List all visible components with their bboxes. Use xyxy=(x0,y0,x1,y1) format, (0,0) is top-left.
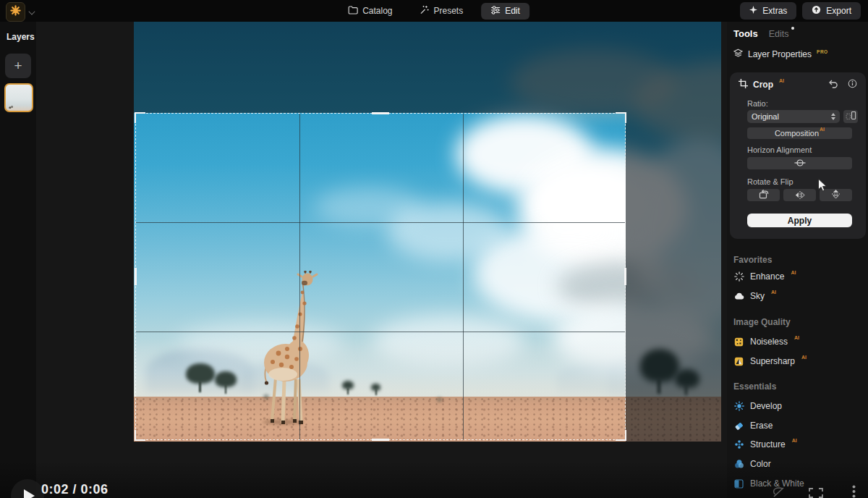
black-white-icon xyxy=(733,479,744,489)
export-up-arrow-icon xyxy=(812,5,821,17)
layer-properties-label: Layer Properties xyxy=(748,49,812,59)
ratio-label: Ratio: xyxy=(747,99,768,108)
crop-handle-left[interactable] xyxy=(135,268,137,285)
crop-dim-right xyxy=(626,113,721,442)
video-timestamp: 0:02 / 0:06 xyxy=(41,482,109,497)
info-icon[interactable] xyxy=(848,78,857,91)
ai-badge: AI xyxy=(792,438,797,443)
supersharp-icon xyxy=(733,357,744,366)
tab-label: Catalog xyxy=(362,6,392,16)
crop-tool-card: Crop AI Ratio: Original xyxy=(730,72,866,239)
extras-button[interactable]: Extras xyxy=(740,2,796,20)
tab-catalog[interactable]: Catalog xyxy=(339,3,401,20)
editor-canvas[interactable] xyxy=(36,22,727,498)
rotate-button[interactable] xyxy=(747,189,780,201)
top-actions: Extras Export xyxy=(740,2,861,20)
apply-button[interactable]: Apply xyxy=(747,214,852,227)
rotate-icon xyxy=(759,189,769,202)
four-point-star-icon xyxy=(749,6,757,16)
crop-handle-top-right[interactable] xyxy=(616,112,626,123)
more-options-kebab-icon[interactable] xyxy=(852,485,856,498)
layer-thumbnail-selected[interactable] xyxy=(4,83,33,112)
tool-develop[interactable]: Develop xyxy=(733,400,782,412)
pro-badge: PRO xyxy=(817,49,828,54)
select-stepper-icon xyxy=(831,113,835,120)
orientation-icon xyxy=(846,110,856,123)
cloud-icon xyxy=(733,292,744,300)
layers-stack-icon xyxy=(733,48,743,59)
undo-icon[interactable] xyxy=(828,78,838,91)
color-wheel-icon xyxy=(733,459,744,469)
crop-title: Crop xyxy=(753,80,773,90)
develop-sun-icon xyxy=(733,401,744,411)
crop-handle-bottom[interactable] xyxy=(372,439,389,441)
crop-tool-header[interactable]: Crop AI xyxy=(739,79,784,90)
section-title-favorites: Favorites xyxy=(733,255,772,265)
tab-tools[interactable]: Tools xyxy=(733,28,758,39)
tab-edits[interactable]: Edits xyxy=(769,29,789,39)
tool-label: Color xyxy=(750,459,771,469)
ratio-select[interactable]: Original xyxy=(747,110,840,123)
crop-handle-top[interactable] xyxy=(372,112,389,114)
tool-label: Develop xyxy=(750,401,782,411)
tool-sky[interactable]: Sky AI xyxy=(733,290,776,302)
tab-label: Edit xyxy=(505,6,520,16)
horizon-alignment-label: Horizon Alignment xyxy=(747,145,812,154)
tool-label: Enhance xyxy=(750,271,784,282)
tool-label: Noiseless xyxy=(750,337,788,347)
section-title-image-quality: Image Quality xyxy=(733,317,791,327)
tab-presets[interactable]: Presets xyxy=(411,2,473,20)
app-logo-button[interactable] xyxy=(6,2,25,22)
tool-color[interactable]: Color xyxy=(733,458,771,470)
crop-icon xyxy=(739,79,748,90)
tab-label: Presets xyxy=(434,6,464,16)
fullscreen-icon[interactable] xyxy=(809,488,823,498)
tool-label: Supersharp xyxy=(750,356,795,366)
chevron-down-icon[interactable] xyxy=(28,8,35,14)
crop-box[interactable] xyxy=(135,113,626,440)
edits-indicator-dot xyxy=(791,27,794,30)
tool-enhance[interactable]: Enhance AI xyxy=(733,271,796,282)
tool-structure[interactable]: Structure AI xyxy=(733,439,797,450)
top-bar: Catalog Presets Edit Extras xyxy=(0,0,868,22)
crop-handle-right[interactable] xyxy=(624,268,626,285)
export-button[interactable]: Export xyxy=(802,2,861,20)
crop-handle-bottom-right[interactable] xyxy=(616,430,626,441)
horizon-alignment-button[interactable] xyxy=(747,157,852,169)
composition-ai-button[interactable]: Composition AI xyxy=(747,127,852,139)
tool-supersharp[interactable]: Supersharp AI xyxy=(733,355,807,367)
ai-badge: AI xyxy=(820,127,825,132)
plus-icon: + xyxy=(14,58,22,74)
grid-line-vertical xyxy=(299,114,300,439)
tab-edit[interactable]: Edit xyxy=(481,3,529,20)
tool-label: Sky xyxy=(750,291,765,301)
ai-badge: AI xyxy=(794,335,799,340)
orientation-toggle-button[interactable] xyxy=(843,110,858,123)
grid-line-vertical xyxy=(463,114,464,439)
captions-off-icon[interactable] xyxy=(773,486,786,498)
sliders-icon xyxy=(490,6,501,17)
section-title-essentials: Essentials xyxy=(733,381,776,392)
crop-handle-bottom-left[interactable] xyxy=(135,430,145,441)
grid-line-horizontal xyxy=(136,222,625,223)
tool-erase[interactable]: Erase xyxy=(733,420,773,431)
flip-horizontal-button[interactable] xyxy=(783,189,816,201)
tool-label: Structure xyxy=(750,439,786,450)
app-window: Catalog Presets Edit Extras xyxy=(0,0,868,498)
wand-icon xyxy=(420,5,430,17)
export-label: Export xyxy=(826,6,851,16)
folder-icon xyxy=(348,6,358,17)
ai-badge: AI xyxy=(801,355,807,360)
tab-edits-label: Edits xyxy=(769,29,789,39)
ratio-value: Original xyxy=(752,112,779,121)
side-panel: Tools Edits Layer Properties PRO Crop AI xyxy=(727,22,868,498)
crop-handle-top-left[interactable] xyxy=(135,112,145,123)
tool-black-white[interactable]: Black & White xyxy=(733,478,804,489)
layer-properties-row[interactable]: Layer Properties PRO xyxy=(733,48,828,59)
play-icon xyxy=(24,489,35,498)
add-layer-button[interactable]: + xyxy=(5,54,31,78)
grid-line-horizontal xyxy=(136,332,625,332)
noiseless-icon xyxy=(733,337,744,347)
tool-noiseless[interactable]: Noiseless AI xyxy=(733,336,799,347)
flip-vertical-icon xyxy=(832,189,840,202)
